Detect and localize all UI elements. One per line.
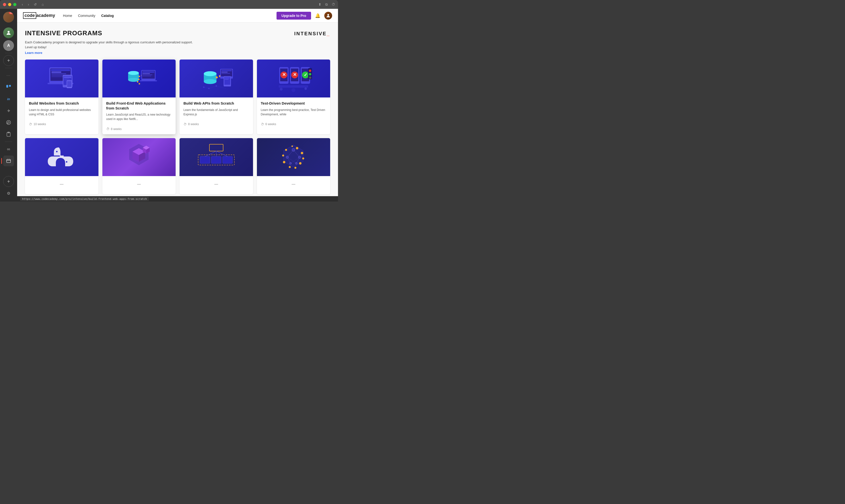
svg-point-116 — [299, 162, 302, 165]
layers-button[interactable]: ⧉ — [325, 2, 328, 6]
card-meta-frontend: ⏱ 8 weeks — [106, 127, 172, 131]
svg-rect-49 — [221, 70, 232, 71]
svg-rect-95 — [211, 157, 221, 163]
clock-icon: ⏱ — [29, 123, 32, 126]
svg-point-6 — [327, 14, 329, 16]
nav-catalog[interactable]: Catalog — [101, 14, 114, 18]
page-header: INTENSIVE PROGRAMS Each Codecademy progr… — [25, 30, 330, 55]
card-image-websites — [25, 59, 98, 97]
card-image-system — [180, 138, 253, 176]
notification-icon[interactable]: 🔔 — [315, 13, 320, 18]
svg-text:✕: ✕ — [293, 72, 296, 77]
frontend-illustration — [119, 63, 159, 94]
codecademy-logo[interactable]: codeacademy — [23, 12, 55, 19]
card-title-api: Build Web APIs from Scratch — [183, 101, 249, 106]
card-title-websites: Build Websites from Scratch — [29, 101, 94, 106]
clock-icon-3: ⏱ — [183, 123, 187, 126]
python-illustration — [42, 141, 81, 173]
svg-rect-5 — [6, 159, 11, 163]
card-meta-websites: ⏱ 10 weeks — [29, 123, 94, 126]
sidebar-clipboard-icon[interactable] — [3, 129, 14, 140]
share-button[interactable]: ⬆ — [319, 2, 321, 6]
svg-point-26 — [139, 76, 140, 77]
svg-point-120 — [282, 155, 284, 157]
avatar-1[interactable]: 198 — [3, 12, 14, 22]
svg-point-3 — [6, 121, 11, 125]
minimize-button[interactable] — [8, 3, 11, 6]
clock-icon-2: ⏱ — [106, 127, 109, 131]
system-illustration — [197, 141, 236, 173]
svg-point-115 — [302, 158, 304, 159]
nav-home[interactable]: Home — [63, 14, 72, 18]
svg-point-59 — [203, 87, 204, 88]
sidebar-whatsapp-icon[interactable] — [3, 117, 14, 128]
svg-point-118 — [289, 166, 291, 168]
sidebar-telegram-icon[interactable]: ✈ — [3, 105, 14, 116]
websites-illustration — [42, 63, 81, 94]
card-title-python: — — [29, 180, 94, 189]
card-system[interactable]: — — [180, 138, 253, 194]
page-content: INTENSIVE PROGRAMS Each Codecademy progr… — [17, 22, 338, 196]
svg-point-82 — [56, 151, 57, 152]
sidebar-trello-icon[interactable] — [3, 82, 14, 93]
reload-button[interactable]: ↺ — [32, 2, 38, 7]
card-build-frontend[interactable]: Build Front-End Web Applications from Sc… — [102, 59, 176, 134]
card-desc-api: Learn the fundamentals of JavaScript and… — [183, 108, 249, 120]
svg-rect-12 — [51, 75, 64, 76]
card-datascience[interactable]: — — [257, 138, 330, 194]
nav-community[interactable]: Community — [78, 14, 95, 18]
svg-rect-54 — [225, 77, 230, 78]
home-button[interactable]: ⌂ — [40, 2, 45, 7]
avatar-2[interactable] — [3, 28, 14, 38]
header-logo: INTENSIVE_ — [294, 30, 330, 37]
svg-rect-17 — [64, 77, 71, 78]
upgrade-button[interactable]: Upgrade to Pro — [276, 12, 311, 20]
card-build-apis[interactable]: Build Web APIs from Scratch Learn the fu… — [180, 59, 253, 134]
sidebar-infinity-icon[interactable]: ∞ — [3, 144, 14, 155]
learn-more-link[interactable]: Learn more — [25, 51, 196, 55]
svg-point-121 — [285, 149, 287, 151]
logo-academy: academy — [36, 13, 55, 18]
history-button[interactable]: ⏱ — [331, 2, 335, 6]
card-title-tdd: Test-Driven Development — [261, 101, 326, 106]
svg-point-38 — [137, 81, 138, 83]
card-body-python: — — [25, 176, 98, 194]
user-avatar[interactable] — [324, 12, 332, 20]
maximize-button[interactable] — [13, 3, 16, 6]
card-duration-websites: 10 weeks — [34, 123, 46, 126]
svg-rect-94 — [200, 157, 210, 163]
top-nav: codeacademy Home Community Catalog Upgra… — [17, 9, 338, 22]
card-tdd[interactable]: ✕ ✕ — [257, 59, 330, 134]
card-python[interactable]: — — [25, 138, 98, 194]
traffic-lights — [3, 3, 16, 6]
svg-point-81 — [304, 87, 307, 90]
svg-rect-51 — [221, 73, 230, 74]
close-button[interactable] — [3, 3, 6, 6]
svg-point-44 — [216, 76, 218, 78]
sidebar-settings-icon[interactable]: ⚙ — [3, 188, 14, 199]
sidebar-menu-button[interactable]: ··· — [3, 70, 14, 81]
sidebar-linkedin-icon[interactable]: in — [3, 93, 14, 104]
forward-button[interactable]: › — [26, 2, 31, 7]
sidebar-add-button[interactable]: + — [3, 55, 14, 66]
svg-point-83 — [66, 161, 67, 163]
sidebar-box-icon[interactable] — [3, 156, 14, 166]
card-duration-tdd: 6 weeks — [266, 123, 276, 126]
svg-line-100 — [216, 151, 228, 157]
avatar-3[interactable]: A — [3, 40, 14, 51]
svg-point-39 — [139, 83, 140, 85]
card-build-websites[interactable]: Build Websites from Scratch Learn to des… — [25, 59, 98, 134]
card-title-react: — — [106, 180, 172, 189]
sidebar-add-bottom-button[interactable]: + — [3, 176, 14, 187]
svg-rect-50 — [221, 72, 228, 72]
svg-point-25 — [128, 71, 139, 75]
card-body-tdd: Test-Driven Development Learn the progra… — [257, 97, 330, 129]
svg-rect-93 — [210, 144, 223, 151]
logo-code: code — [23, 12, 36, 19]
statusbar-url: https://www.codecademy.com/pro/intensive… — [20, 197, 149, 201]
card-image-frontend — [102, 59, 176, 97]
card-image-react — [102, 138, 176, 176]
card-react[interactable]: — — [102, 138, 176, 194]
svg-line-98 — [205, 151, 216, 157]
back-button[interactable]: ‹ — [20, 2, 24, 7]
